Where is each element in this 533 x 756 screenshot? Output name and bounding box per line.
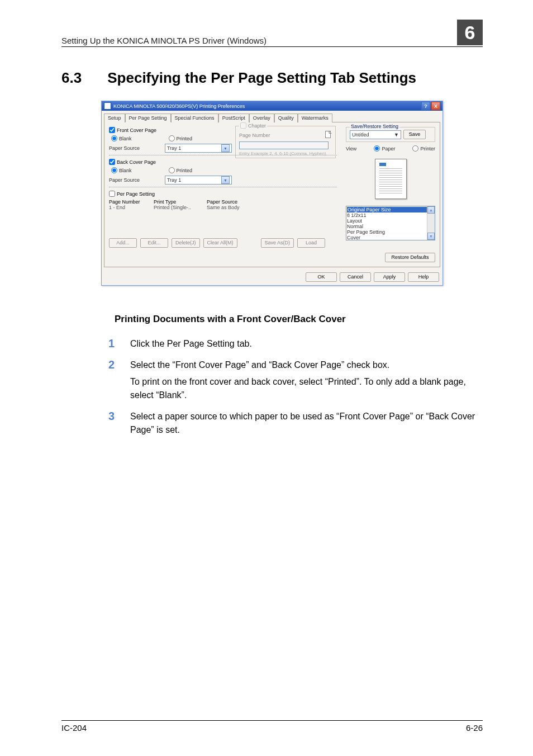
info-ops[interactable]: Original Paper Size: [347, 207, 434, 212]
page-footer: IC-204 6-26: [61, 720, 483, 733]
info-cover: Cover: [347, 235, 360, 240]
dropdown-icon[interactable]: ▼: [221, 176, 230, 184]
scroll-down-icon[interactable]: ▼: [427, 233, 435, 240]
app-icon: [104, 102, 111, 110]
cell-print-type: Printed (Single-..: [154, 205, 207, 210]
ok-button[interactable]: OK: [306, 272, 337, 282]
step-text: Select the “Front Cover Page” and “Back …: [130, 360, 389, 370]
info-size: 8 1/2x11: [347, 212, 367, 218]
view-paper-radio[interactable]: Paper: [374, 145, 395, 152]
save-as-button[interactable]: Save As(D): [261, 238, 294, 248]
scrollbar[interactable]: ▲ ▼: [427, 206, 435, 240]
tab-overlay[interactable]: Overlay: [249, 114, 274, 122]
back-printed-radio[interactable]: Printed: [169, 167, 193, 173]
back-cover-checkbox[interactable]: Back Cover Page: [109, 159, 156, 165]
save-restore-value: Untitled: [352, 132, 369, 138]
front-blank-radio[interactable]: Blank: [111, 135, 132, 141]
close-button[interactable]: X: [431, 102, 440, 110]
dropdown-icon[interactable]: ▼: [394, 132, 399, 138]
step-1: 1 Click the Per Page Setting tab.: [61, 337, 483, 351]
back-blank-input[interactable]: [111, 167, 117, 173]
step-3: 3 Select a paper source to which paper t…: [61, 410, 483, 437]
view-paper-input[interactable]: [374, 145, 380, 152]
list-buttons: Add... Edit... Delete(J) Clear All(M) Sa…: [109, 238, 337, 248]
cancel-button[interactable]: Cancel: [340, 272, 371, 282]
subheading: Printing Documents with a Front Cover/Ba…: [61, 314, 483, 325]
view-printer-input[interactable]: [412, 145, 418, 152]
step-text: Select a paper source to which paper to …: [130, 410, 483, 437]
edit-button[interactable]: Edit...: [140, 238, 168, 248]
help-button[interactable]: ?: [421, 102, 430, 110]
chapter-label: Chapter: [248, 123, 266, 129]
front-src-select[interactable]: Tray 1 ▼: [165, 144, 232, 153]
info-list[interactable]: Original Paper Size 8 1/2x11 Layout Norm…: [346, 206, 435, 240]
separator: [109, 187, 337, 187]
back-cover-input[interactable]: [109, 159, 115, 165]
save-button[interactable]: Save: [403, 130, 426, 139]
chapter-input: [240, 122, 246, 129]
titlebar: KONICA MINOLTA 500/420/360PS(V) Printing…: [102, 101, 442, 111]
per-page-setting-input[interactable]: [109, 191, 115, 197]
front-cover-checkbox[interactable]: Front Cover Page: [109, 127, 156, 133]
load-button[interactable]: Load: [297, 238, 325, 248]
front-printed-radio[interactable]: Printed: [169, 135, 193, 141]
back-blank-radio[interactable]: Blank: [111, 167, 132, 173]
save-restore-select[interactable]: Untitled ▼: [350, 130, 401, 139]
front-src-label: Paper Source: [109, 145, 159, 151]
list-row[interactable]: 1 - End Printed (Single-.. Same as Body: [109, 205, 337, 210]
tab-special-functions[interactable]: Special Functions: [171, 114, 218, 122]
front-cover-label: Front Cover Page: [117, 127, 156, 133]
step-number: 3: [61, 410, 115, 437]
apply-button[interactable]: Apply: [374, 272, 405, 282]
clear-all-button[interactable]: Clear All(M): [203, 238, 237, 248]
info-layout: Layout: [347, 218, 362, 224]
front-cover-input[interactable]: [109, 127, 115, 133]
tab-strip: Setup Per Page Setting Special Functions…: [102, 111, 442, 122]
tab-watermarks[interactable]: Watermarks: [298, 114, 332, 122]
breadcrumb: Setting Up the KONICA MINOLTA PS Driver …: [61, 36, 266, 45]
front-printed-label: Printed: [177, 136, 193, 141]
step-number: 2: [61, 358, 115, 402]
cell-page-number: 1 - End: [109, 205, 154, 210]
tab-quality[interactable]: Quality: [274, 114, 298, 122]
footer-left: IC-204: [61, 723, 87, 733]
per-page-setting-checkbox[interactable]: Per Page Setting: [109, 191, 155, 197]
dropdown-icon[interactable]: ▼: [221, 144, 230, 152]
front-src-value: Tray 1: [167, 145, 181, 151]
view-paper-label: Paper: [382, 146, 395, 152]
back-printed-label: Printed: [177, 168, 193, 173]
tab-postscript[interactable]: PostScript: [218, 114, 249, 122]
front-blank-input[interactable]: [111, 135, 117, 141]
info-pps: Per Page Setting: [347, 229, 385, 235]
cell-paper-source: Same as Body: [207, 205, 260, 210]
view-printer-radio[interactable]: Printer: [412, 145, 435, 152]
help-button-bottom[interactable]: Help: [408, 272, 439, 282]
steps-list: 1 Click the Per Page Setting tab. 2 Sele…: [61, 337, 483, 437]
scroll-up-icon[interactable]: ▲: [427, 206, 435, 214]
tab-per-page-setting[interactable]: Per Page Setting: [125, 114, 171, 122]
dialog-title: KONICA MINOLTA 500/420/360PS(V) Printing…: [113, 103, 245, 109]
back-src-select[interactable]: Tray 1 ▼: [165, 176, 232, 185]
view-label: View: [346, 146, 356, 152]
tab-panel: Front Cover Page Blank Printed: [104, 122, 440, 267]
dialog-window: KONICA MINOLTA 500/420/360PS(V) Printing…: [101, 101, 443, 286]
back-blank-label: Blank: [119, 168, 132, 173]
section-title-text: Specifying the Per Page Setting Tab Sett…: [107, 69, 416, 86]
save-restore-group: Save/Restore Setting Untitled ▼ Save: [346, 127, 435, 142]
chapter-checkbox[interactable]: Chapter: [240, 122, 266, 129]
restore-defaults-button[interactable]: Restore Defaults: [385, 253, 435, 262]
delete-button[interactable]: Delete(J): [172, 238, 200, 248]
per-page-setting-label: Per Page Setting: [117, 191, 155, 197]
tab-setup[interactable]: Setup: [104, 114, 125, 122]
chapter-page-field: [239, 141, 329, 149]
add-button[interactable]: Add...: [109, 238, 137, 248]
view-printer-label: Printer: [420, 146, 435, 152]
front-blank-label: Blank: [119, 136, 132, 141]
front-printed-input[interactable]: [169, 135, 175, 141]
section-title: 6.3 Specifying the Per Page Setting Tab …: [61, 69, 483, 87]
chapter-number: 6: [457, 20, 483, 45]
step-2: 2 Select the “Front Cover Page” and “Bac…: [61, 358, 483, 402]
back-cover-label: Back Cover Page: [117, 159, 156, 165]
back-printed-input[interactable]: [169, 167, 175, 173]
step-text: Click the Per Page Setting tab.: [130, 337, 483, 351]
